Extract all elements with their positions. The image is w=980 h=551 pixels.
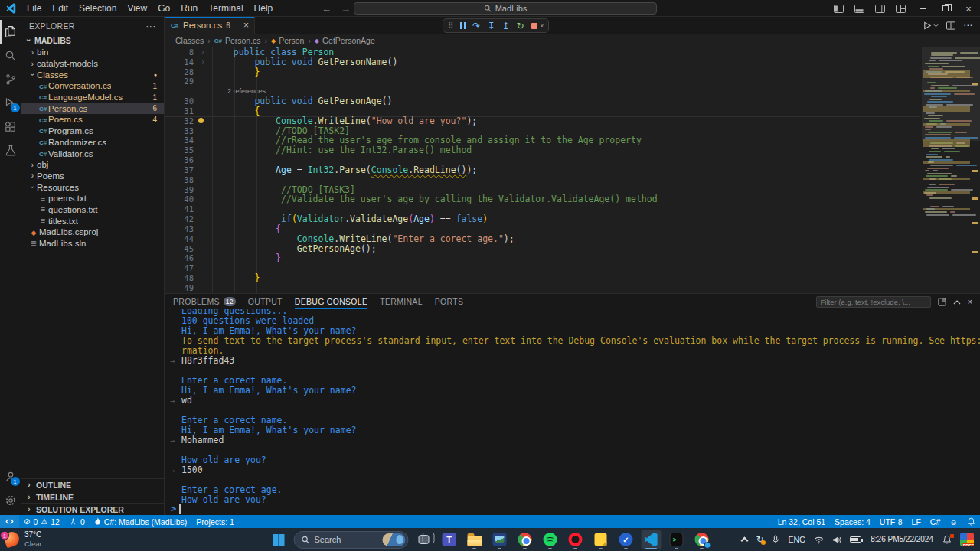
panel-tab-ports[interactable]: PORTS: [435, 294, 463, 309]
tree-item-poem-cs[interactable]: Poem.cs4: [21, 114, 164, 126]
tree-item-conversation-cs[interactable]: Conversation.cs1: [21, 80, 164, 92]
code-line-46[interactable]: 46 }: [165, 253, 920, 263]
debug-step-into-button[interactable]: ↧: [487, 21, 495, 31]
feedback-smiley-icon[interactable]: ☺: [945, 515, 962, 528]
tree-item-obj[interactable]: ›obj: [21, 159, 164, 171]
menu-run[interactable]: Run: [175, 2, 203, 15]
code-line-40[interactable]: 40 //Validate the user's age by calling …: [165, 194, 920, 204]
debug-pause-button[interactable]: [460, 22, 466, 29]
split-editor-button[interactable]: [946, 21, 956, 30]
code-line-47[interactable]: 47: [165, 263, 920, 273]
tree-item-person-cs[interactable]: Person.cs6: [21, 103, 164, 114]
menu-terminal[interactable]: Terminal: [203, 2, 248, 15]
taskbar-chrome-alt-icon[interactable]: [692, 530, 712, 549]
debug-stop-dropdown-icon[interactable]: ˅: [541, 22, 544, 29]
section-solution-explorer[interactable]: ›SOLUTION EXPLORER: [21, 503, 164, 515]
code-line-29[interactable]: 29: [165, 77, 920, 86]
activitybar-settings[interactable]: [0, 488, 21, 512]
encoding-status[interactable]: UTF-8: [875, 515, 907, 528]
taskbar-films-icon[interactable]: [490, 530, 510, 549]
menu-go[interactable]: Go: [152, 2, 175, 15]
debug-console-input[interactable]: >: [165, 503, 980, 515]
panel-tab-output[interactable]: OUTPUT: [248, 294, 283, 309]
tree-item-madlibs-csproj[interactable]: MadLibs.csproj: [21, 227, 164, 238]
tree-item-languagemodel-cs[interactable]: LanguageModel.cs1: [21, 92, 164, 103]
debug-step-out-button[interactable]: ↥: [501, 21, 509, 31]
minimap[interactable]: [923, 49, 970, 220]
command-center-search[interactable]: MadLibs: [354, 2, 657, 15]
code-line-38[interactable]: 38: [165, 175, 920, 185]
section-timeline[interactable]: ›TIMELINE: [21, 491, 164, 503]
explorer-root-folder[interactable]: › MADLIBS: [21, 34, 164, 46]
code-line-14[interactable]: 14› public void GetPersonName(): [165, 57, 920, 67]
ports-status[interactable]: 0: [64, 515, 90, 528]
indentation-status[interactable]: Spaces: 4: [830, 515, 875, 528]
taskbar-spotify-icon[interactable]: [541, 530, 560, 549]
code-line-48[interactable]: 48 }: [165, 273, 920, 283]
taskbar-vscode-icon[interactable]: [642, 530, 662, 549]
tree-item-program-cs[interactable]: Program.cs: [21, 126, 164, 137]
tree-item-validator-cs[interactable]: Validator.cs: [21, 148, 164, 159]
tray-wifi-icon[interactable]: [811, 536, 827, 544]
taskbar-taskview-icon[interactable]: [414, 530, 434, 549]
code-line-35[interactable]: 35 //Hint: use the Int32.Parase() method: [165, 145, 920, 155]
debug-stop-button[interactable]: [531, 23, 537, 29]
taskbar-todo-icon[interactable]: [616, 530, 636, 549]
activitybar-explorer[interactable]: [0, 20, 21, 44]
taskbar-teams-icon[interactable]: [439, 530, 459, 549]
code-editor[interactable]: 8› public class Person14› public void Ge…: [165, 47, 980, 293]
nav-back-icon[interactable]: ←: [322, 3, 332, 15]
tree-item-madlibs-sln[interactable]: MadLibs.sln: [21, 238, 164, 249]
nav-forward-icon[interactable]: →: [341, 3, 351, 15]
language-mode-status[interactable]: C#: [926, 515, 945, 528]
maximize-panel-icon[interactable]: [953, 299, 961, 305]
run-or-debug-button[interactable]: [923, 21, 939, 30]
debug-console-output[interactable]: Loading questions...100 questions were l…: [165, 309, 980, 503]
code-line-28[interactable]: 28 }: [165, 67, 920, 77]
console-filter-input[interactable]: [816, 296, 931, 308]
tree-item-catalyst-models[interactable]: ›catalyst-models: [21, 58, 164, 70]
menu-edit[interactable]: Edit: [47, 2, 74, 15]
debug-step-over-button[interactable]: ↷: [472, 21, 480, 31]
tray-sync-icon[interactable]: ↻: [753, 534, 766, 545]
code-line-49[interactable]: 49: [165, 283, 920, 293]
overview-ruler[interactable]: [971, 47, 980, 293]
taskbar-explorer-icon[interactable]: [465, 530, 485, 549]
remote-indicator[interactable]: [0, 515, 19, 528]
tab-person-cs[interactable]: Person.cs 6 ×: [165, 17, 255, 34]
tree-item-classes[interactable]: ›Classes●: [21, 69, 164, 80]
customize-layout-icon[interactable]: [890, 5, 911, 13]
tray-language-indicator[interactable]: ENG: [785, 535, 808, 544]
panel-tab-terminal[interactable]: TERMINAL: [380, 294, 423, 309]
lightbulb-icon[interactable]: [198, 118, 204, 123]
tree-item-resources[interactable]: ›Resources: [21, 181, 164, 193]
activitybar-search[interactable]: [0, 44, 21, 67]
fold-collapsed-icon[interactable]: ›: [194, 57, 212, 67]
more-actions-button[interactable]: ⋯: [963, 20, 972, 31]
section-outline[interactable]: ›OUTLINE: [21, 478, 164, 491]
code-line-43[interactable]: 43 {: [165, 224, 920, 234]
menu-file[interactable]: File: [21, 2, 47, 15]
activitybar-source-control[interactable]: [0, 67, 21, 91]
activitybar-testing[interactable]: [0, 139, 21, 162]
drag-handle-icon[interactable]: ⠿: [448, 21, 453, 30]
tree-item-poems-txt[interactable]: poems.txt: [21, 193, 164, 204]
code-line-37[interactable]: 37 Age = Int32.Parse(Console.ReadLine())…: [165, 165, 920, 175]
taskbar-opera-icon[interactable]: [566, 530, 586, 549]
taskbar-chrome-icon[interactable]: [515, 530, 535, 549]
code-line-30[interactable]: 30 public void GetPersonAge(): [165, 96, 920, 106]
tree-item-randomizer-cs[interactable]: Randomizer.cs: [21, 137, 164, 148]
notifications-bell-icon[interactable]: [962, 515, 980, 528]
activitybar-account[interactable]: 1: [0, 465, 21, 488]
breadcrumb-item-person[interactable]: ◆Person: [271, 36, 304, 45]
tray-show-hidden-icons[interactable]: [739, 536, 750, 543]
tree-item-bin[interactable]: ›bin: [21, 47, 164, 58]
breadcrumb-item-classes[interactable]: Classes: [175, 36, 204, 45]
tray-free-app-icon[interactable]: FREE: [957, 533, 977, 546]
tree-item-questions-txt[interactable]: questions.txt: [21, 204, 164, 216]
panel-tab-debug-console[interactable]: DEBUG CONSOLE: [295, 294, 368, 309]
tree-item-titles-txt[interactable]: titles.txt: [21, 215, 164, 227]
menu-help[interactable]: Help: [249, 2, 279, 15]
tray-clock[interactable]: 8:26 PM 5/22/2024: [867, 535, 937, 544]
activitybar-extensions[interactable]: [0, 115, 21, 139]
